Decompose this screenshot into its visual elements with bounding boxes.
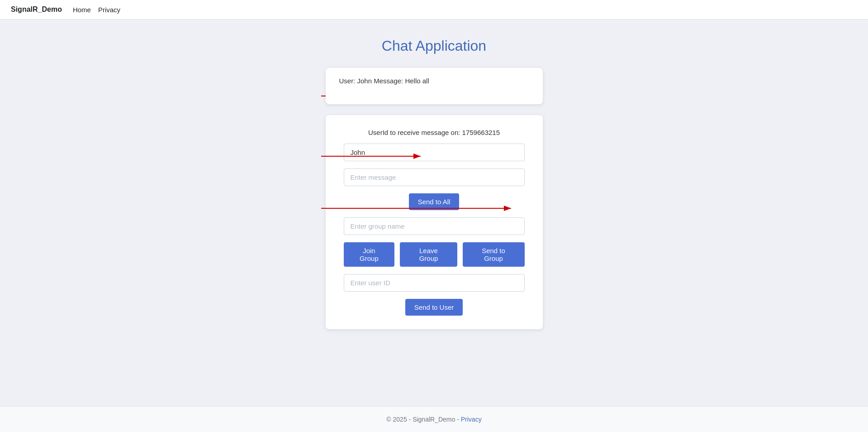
navbar: SignalR_Demo Home Privacy	[0, 0, 868, 19]
userid-label: UserId to receive message on: 1759663215	[344, 129, 525, 136]
send-to-all-container: Send to All	[344, 193, 525, 210]
username-input[interactable]	[344, 144, 525, 161]
navbar-link-home[interactable]: Home	[73, 6, 91, 14]
navbar-brand[interactable]: SignalR_Demo	[11, 5, 62, 14]
footer-privacy-link[interactable]: Privacy	[461, 416, 482, 423]
group-buttons-row: Join Group Leave Group Send to Group	[344, 242, 525, 267]
chat-card: UserId to receive message on: 1759663215…	[326, 115, 543, 329]
send-to-user-container: Send to User	[344, 299, 525, 316]
message-input[interactable]	[344, 168, 525, 186]
send-to-group-button[interactable]: Send to Group	[463, 242, 525, 267]
send-to-all-button[interactable]: Send to All	[409, 193, 460, 210]
leave-group-button[interactable]: Leave Group	[400, 242, 457, 267]
page-title: Chat Application	[382, 38, 486, 54]
group-name-input[interactable]	[344, 217, 525, 235]
main-content: Chat Application User: John Message: Hel…	[0, 19, 868, 406]
navbar-links: Home Privacy	[73, 6, 120, 14]
user-id-input[interactable]	[344, 274, 525, 292]
footer-text: © 2025 - SignalR_Demo -	[386, 416, 459, 423]
message-text: User: John Message: Hello all	[339, 77, 429, 85]
navbar-link-privacy[interactable]: Privacy	[98, 6, 120, 14]
message-display-card: User: John Message: Hello all	[326, 68, 543, 104]
join-group-button[interactable]: Join Group	[344, 242, 395, 267]
send-to-user-button[interactable]: Send to User	[405, 299, 463, 316]
footer: © 2025 - SignalR_Demo - Privacy	[0, 406, 868, 432]
